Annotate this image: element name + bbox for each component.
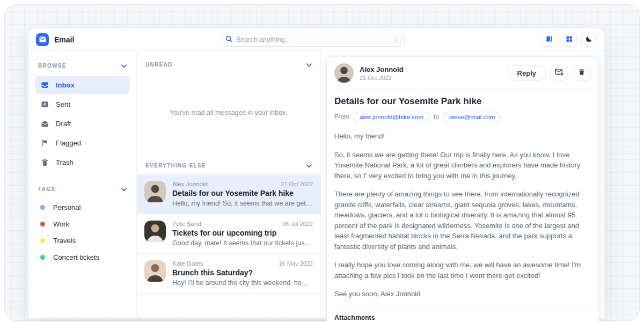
search-shortcut-key: / bbox=[392, 35, 401, 45]
trash-icon bbox=[578, 68, 586, 78]
email-date: 21 Oct 2022 bbox=[281, 181, 313, 187]
delete-button[interactable] bbox=[573, 65, 591, 81]
sidebar: BROWSE Inbox Sent bbox=[28, 51, 137, 318]
email-snippet: Hello, my friend! So, it seems that we a… bbox=[172, 200, 313, 207]
body-paragraph: Hello, my friend! bbox=[334, 131, 591, 142]
to-email-chip[interactable]: steve@mail.com bbox=[443, 112, 501, 122]
grid-icon bbox=[566, 35, 573, 45]
message-list-column: UNREAD You've read all messages in your … bbox=[137, 51, 321, 318]
sidebar-item-sent[interactable]: Sent bbox=[35, 95, 130, 113]
email-snippet: Good day, mate! It seems that our ticket… bbox=[172, 239, 313, 247]
email-sender: Alex Jonnold bbox=[172, 181, 208, 187]
book-icon bbox=[546, 35, 553, 45]
from-email-chip[interactable]: alex.jonnold@hike.com bbox=[354, 112, 429, 122]
detail-header: Alex Jonnold 21 Oct 2022 Reply bbox=[334, 63, 591, 83]
tag-color-dot bbox=[40, 222, 45, 226]
app-logo bbox=[36, 33, 49, 46]
chevron-down-icon[interactable] bbox=[306, 160, 312, 170]
divider bbox=[334, 308, 591, 308]
tag-label: Travels bbox=[53, 237, 76, 245]
tags-section-title: TAGS bbox=[38, 186, 55, 192]
chevron-down-icon[interactable] bbox=[121, 61, 127, 70]
tag-item-work[interactable]: Work bbox=[35, 216, 130, 232]
email-subject: Brunch this Saturday? bbox=[172, 268, 313, 277]
attachments-title: Attachments bbox=[334, 314, 591, 321]
email-list-item-3[interactable]: Kate Gates 16 May 2022 Brunch this Satur… bbox=[137, 254, 320, 294]
unread-section-header[interactable]: UNREAD bbox=[137, 51, 320, 74]
sidebar-item-inbox[interactable]: Inbox bbox=[35, 76, 130, 94]
apps-grid-button[interactable] bbox=[561, 33, 577, 47]
browse-section-header[interactable]: BROWSE bbox=[35, 58, 130, 76]
draft-icon bbox=[40, 120, 49, 128]
tags-section-header[interactable]: TAGS bbox=[35, 182, 130, 199]
tag-color-dot bbox=[40, 238, 45, 243]
email-detail-card: Alex Jonnold 21 Oct 2022 Reply bbox=[326, 56, 599, 322]
avatar bbox=[144, 221, 166, 242]
search-bar[interactable]: / bbox=[220, 33, 405, 47]
body-paragraph: See you soon, Alex Jonnold bbox=[334, 289, 591, 299]
tag-label: Personal bbox=[53, 203, 80, 211]
moon-icon bbox=[586, 35, 592, 45]
email-list-item-2[interactable]: Pete Sand 06 Jul 2022 Tickets for our up… bbox=[137, 214, 320, 254]
unread-section-title: UNREAD bbox=[145, 62, 173, 68]
sidebar-item-label: Sent bbox=[56, 100, 70, 108]
email-date: 06 Jul 2022 bbox=[282, 221, 313, 227]
sidebar-item-label: Inbox bbox=[56, 81, 75, 89]
unread-empty-message: You've read all messages in your inbox. bbox=[137, 74, 320, 152]
chevron-down-icon[interactable] bbox=[121, 184, 127, 194]
body-paragraph: There are plenty of amazing things to se… bbox=[334, 189, 591, 252]
everything-else-section-header[interactable]: EVERYTHING ELSE bbox=[137, 152, 320, 174]
app-header: Email / bbox=[28, 28, 604, 51]
inbox-icon bbox=[40, 81, 49, 89]
tags-section: TAGS Personal Work Travels bbox=[35, 182, 130, 266]
email-snippet: Hey! I'll be around the city this weeken… bbox=[172, 279, 313, 287]
email-list-item-1[interactable]: Alex Jonnold 21 Oct 2022 Details for our… bbox=[137, 174, 320, 214]
sidebar-item-trash[interactable]: Trash bbox=[35, 153, 130, 171]
tag-item-travels[interactable]: Travels bbox=[35, 232, 130, 249]
sent-icon bbox=[40, 100, 49, 108]
detail-actions: Reply bbox=[508, 65, 591, 81]
from-label: From bbox=[334, 113, 349, 121]
email-date: 16 May 2022 bbox=[279, 260, 313, 267]
sidebar-item-label: Trash bbox=[56, 158, 74, 166]
detail-from-to-row: From alex.jonnold@hike.com to steve@mail… bbox=[334, 112, 591, 122]
tag-label: Concert tickets bbox=[53, 253, 99, 261]
mail-forward-icon bbox=[555, 68, 564, 78]
search-input[interactable] bbox=[236, 36, 388, 43]
search-icon bbox=[225, 35, 232, 45]
email-app-window: Email / bbox=[28, 28, 605, 318]
sidebar-item-flagged[interactable]: Flagged bbox=[35, 134, 130, 152]
detail-sender-name: Alex Jonnold bbox=[360, 65, 404, 74]
forward-mail-button[interactable] bbox=[550, 65, 568, 81]
tag-item-personal[interactable]: Personal bbox=[35, 199, 130, 216]
dark-mode-button[interactable] bbox=[581, 33, 597, 47]
avatar bbox=[144, 181, 166, 202]
detail-date: 21 Oct 2022 bbox=[360, 75, 404, 81]
avatar bbox=[334, 63, 354, 83]
body-paragraph: So, it seems we are getting there! Our t… bbox=[334, 150, 591, 181]
chevron-down-icon[interactable] bbox=[306, 60, 312, 69]
reply-button[interactable]: Reply bbox=[508, 65, 546, 81]
body-paragraph: I really hope you love coming along with… bbox=[334, 260, 591, 281]
to-label: to bbox=[434, 113, 439, 121]
email-body: Hello, my friend! So, it seems we are ge… bbox=[334, 131, 591, 299]
email-subject: Details for our Yosemite Park hike bbox=[172, 189, 313, 197]
sidebar-item-label: Draft bbox=[56, 120, 71, 128]
tag-item-concert-tickets[interactable]: Concert tickets bbox=[35, 249, 130, 266]
divider bbox=[334, 89, 591, 89]
sidebar-item-label: Flagged bbox=[56, 139, 81, 147]
detail-subject: Details for our Yosemite Park hike bbox=[334, 96, 591, 107]
sidebar-item-draft[interactable]: Draft bbox=[35, 114, 130, 133]
trash-icon bbox=[40, 158, 49, 166]
browse-section-title: BROWSE bbox=[38, 63, 67, 69]
email-subject: Tickets for our upcoming trip bbox=[172, 229, 313, 237]
email-detail-panel: Alex Jonnold 21 Oct 2022 Reply bbox=[321, 51, 604, 318]
app-title: Email bbox=[54, 35, 74, 44]
reading-list-button[interactable] bbox=[541, 33, 557, 47]
email-sender: Kate Gates bbox=[172, 260, 203, 267]
avatar bbox=[144, 260, 166, 282]
tag-color-dot bbox=[40, 205, 45, 210]
tag-color-dot bbox=[40, 255, 45, 260]
tag-label: Work bbox=[53, 220, 69, 228]
flag-icon bbox=[40, 139, 49, 147]
